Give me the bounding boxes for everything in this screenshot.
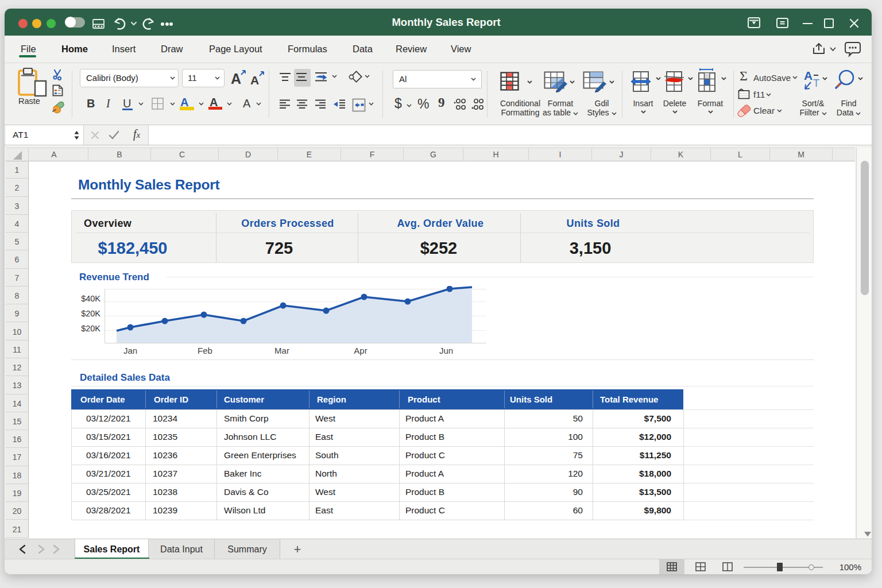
svg-text:T: T: [813, 78, 819, 89]
svg-text:A: A: [804, 69, 813, 82]
